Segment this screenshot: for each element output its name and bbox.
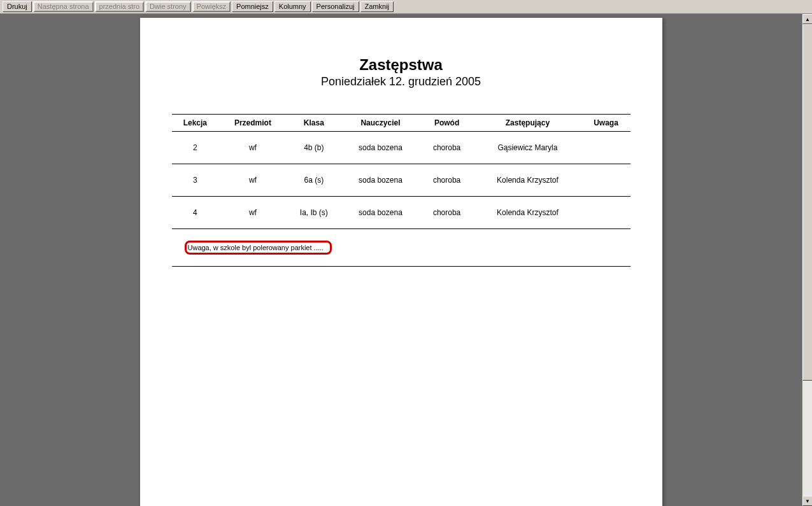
cell-subject: wf bbox=[218, 164, 287, 197]
scroll-thumb[interactable] bbox=[802, 24, 812, 381]
table-header-row: Lekcja Przedmiot Klasa Nauczyciel Powód … bbox=[172, 115, 630, 132]
cell-substitute: Gąsiewicz Maryla bbox=[473, 132, 581, 164]
cell-subject: wf bbox=[218, 132, 287, 164]
cell-reason: choroba bbox=[420, 197, 474, 229]
close-button[interactable]: Zamknij bbox=[360, 1, 394, 12]
document-page: Zastępstwa Poniedziałek 12. grudzień 200… bbox=[140, 18, 662, 506]
document-subtitle: Poniedziałek 12. grudzień 2005 bbox=[159, 75, 643, 88]
cell-lesson: 4 bbox=[172, 197, 219, 229]
footer-note-highlight: Uwaga, w szkole byl polerowany parkiet .… bbox=[185, 241, 332, 255]
cell-class: 6a (s) bbox=[287, 164, 341, 197]
cell-note bbox=[582, 164, 630, 197]
prev-page-button: przednia stro bbox=[95, 1, 145, 12]
toolbar: Drukuj Następna strona przednia stro Dwi… bbox=[0, 0, 812, 14]
col-note: Uwaga bbox=[582, 115, 630, 132]
cell-substitute: Kolenda Krzysztof bbox=[473, 197, 581, 229]
footer-note-row: Uwaga, w szkole byl polerowany parkiet .… bbox=[172, 229, 630, 267]
col-subject: Przedmiot bbox=[218, 115, 287, 132]
zoom-in-button: Powiększ bbox=[192, 1, 231, 12]
chevron-up-icon: ▲ bbox=[805, 17, 810, 22]
cell-teacher: soda bozena bbox=[341, 132, 420, 164]
chevron-down-icon: ▼ bbox=[805, 498, 810, 504]
personalize-button[interactable]: Personalizuj bbox=[312, 1, 359, 12]
cell-teacher: soda bozena bbox=[341, 197, 420, 229]
cell-reason: choroba bbox=[420, 132, 474, 164]
cell-lesson: 2 bbox=[172, 132, 219, 164]
document-title: Zastępstwa bbox=[159, 56, 643, 74]
scroll-down-button[interactable]: ▼ bbox=[802, 496, 812, 506]
cell-substitute: Kolenda Krzysztof bbox=[473, 164, 581, 197]
table-row: 2 wf 4b (b) soda bozena choroba Gąsiewic… bbox=[172, 132, 630, 164]
scroll-up-button[interactable]: ▲ bbox=[802, 14, 812, 24]
two-pages-button: Dwie strony bbox=[145, 1, 190, 12]
substitutions-table: Lekcja Przedmiot Klasa Nauczyciel Powód … bbox=[172, 114, 630, 267]
cell-class: 4b (b) bbox=[287, 132, 341, 164]
vertical-scrollbar[interactable]: ▲ ▼ bbox=[802, 14, 812, 506]
col-lesson: Lekcja bbox=[172, 115, 219, 132]
cell-reason: choroba bbox=[420, 164, 474, 197]
table-row: 3 wf 6a (s) soda bozena choroba Kolenda … bbox=[172, 164, 630, 197]
columns-button[interactable]: Kolumny bbox=[274, 1, 311, 12]
table-row: 4 wf Ia, Ib (s) soda bozena choroba Kole… bbox=[172, 197, 630, 229]
col-teacher: Nauczyciel bbox=[341, 115, 420, 132]
next-page-button: Następna strona bbox=[33, 1, 94, 12]
zoom-out-button[interactable]: Pomniejsz bbox=[232, 1, 273, 12]
col-reason: Powód bbox=[420, 115, 474, 132]
cell-note bbox=[582, 197, 630, 229]
col-substitute: Zastępujący bbox=[473, 115, 581, 132]
col-class: Klasa bbox=[287, 115, 341, 132]
cell-class: Ia, Ib (s) bbox=[287, 197, 341, 229]
cell-teacher: soda bozena bbox=[341, 164, 420, 197]
footer-note-text: Uwaga, w szkole byl polerowany parkiet .… bbox=[188, 244, 324, 251]
cell-note bbox=[582, 132, 630, 164]
cell-subject: wf bbox=[218, 197, 287, 229]
print-button[interactable]: Drukuj bbox=[3, 1, 32, 12]
preview-workspace: Zastępstwa Poniedziałek 12. grudzień 200… bbox=[0, 14, 802, 506]
cell-lesson: 3 bbox=[172, 164, 219, 197]
